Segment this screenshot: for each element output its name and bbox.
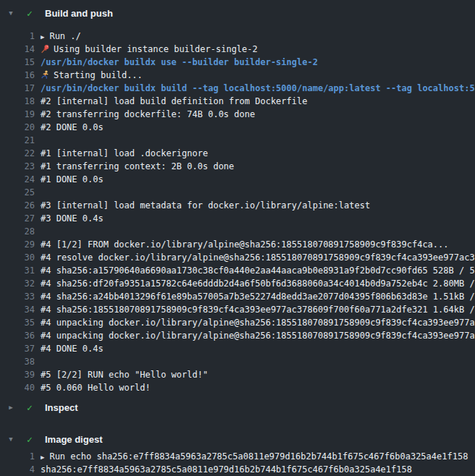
line-number[interactable]: 30 [0, 251, 35, 264]
log-line: 32#4 sha256:df20fa9351a15782c64e6dddb2d4… [0, 277, 475, 290]
line-number[interactable]: 4 [0, 463, 35, 476]
line-number[interactable]: 17 [0, 82, 35, 95]
chevron-down-icon[interactable]: ▼ [6, 10, 16, 17]
line-number[interactable]: 32 [0, 277, 35, 290]
log-line: 36#4 unpacking docker.io/library/alpine@… [0, 329, 475, 342]
log-line: 23#1 transferring context: 2B 0.0s done [0, 160, 475, 173]
line-number[interactable]: 38 [0, 355, 35, 368]
log-line: 28 [0, 225, 475, 238]
line-number[interactable]: 36 [0, 329, 35, 342]
run-triangle-icon[interactable]: ▶ [41, 30, 44, 43]
log-line: 1▶Run ./ [0, 30, 475, 43]
log-line: 25 [0, 186, 475, 199]
line-number[interactable]: 16 [0, 69, 35, 82]
line-number[interactable]: 29 [0, 238, 35, 251]
log-line: 17/usr/bin/docker buildx build --tag loc… [0, 82, 475, 95]
chevron-down-icon[interactable]: ▼ [6, 436, 16, 443]
log-text: #4 sha256:a24bb4013296f61e89ba57005a7b3e… [41, 290, 475, 303]
log-line: 18#2 [internal] load build definition fr… [0, 95, 475, 108]
log-text: #2 transferring dockerfile: 74B 0.0s don… [41, 108, 255, 121]
log-line: 15/usr/bin/docker buildx use --builder b… [0, 56, 475, 69]
log-text: #4 sha256:df20fa9351a15782c64e6dddb2d4a6… [41, 277, 475, 290]
log-text: #5 0.060 Hello world! [41, 381, 151, 394]
pushpin-icon [41, 44, 54, 54]
log-line: 38 [0, 355, 475, 368]
line-number[interactable]: 15 [0, 56, 35, 69]
log-text: #4 resolve docker.io/library/alpine@sha2… [41, 251, 475, 264]
line-number[interactable]: 31 [0, 264, 35, 277]
log-text: #4 sha256:a15790640a6690aa1730c38cf0a440… [41, 264, 475, 277]
section-image-digest: ▼ ✓ Image digest 1▶Run echo sha256:e7ff8… [0, 428, 475, 476]
log-text: ▶Run ./ [41, 30, 81, 43]
line-number[interactable]: 23 [0, 160, 35, 173]
log-text: #2 [internal] load build definition from… [41, 95, 307, 108]
line-number[interactable]: 26 [0, 199, 35, 212]
log-line: 14Using builder instance builder-single-… [0, 43, 475, 56]
line-number[interactable]: 1 [0, 450, 35, 463]
line-number[interactable]: 34 [0, 303, 35, 316]
log-text: #3 [internal] load metadata for docker.i… [41, 199, 370, 212]
log-text: #4 DONE 0.4s [41, 342, 104, 355]
log-line: 22#1 [internal] load .dockerignore [0, 147, 475, 160]
log-line: 29#4 [1/2] FROM docker.io/library/alpine… [0, 238, 475, 251]
log-line: 35#4 unpacking docker.io/library/alpine@… [0, 316, 475, 329]
log-line: 24#1 DONE 0.0s [0, 173, 475, 186]
log-line: 37#4 DONE 0.4s [0, 342, 475, 355]
log-line: 34#4 sha256:185518070891758909c9f839cf4c… [0, 303, 475, 316]
log-text: #4 unpacking docker.io/library/alpine@sh… [41, 329, 475, 342]
log-line: 30#4 resolve docker.io/library/alpine@sh… [0, 251, 475, 264]
log-text: #3 DONE 0.4s [41, 212, 104, 225]
log-lines-build-and-push: 1▶Run ./14Using builder instance builder… [0, 30, 475, 394]
section-header-image-digest[interactable]: ▼ ✓ Image digest [0, 428, 475, 450]
line-number[interactable]: 1 [0, 30, 35, 43]
line-number[interactable]: 39 [0, 368, 35, 381]
line-number[interactable]: 14 [0, 43, 35, 56]
line-number[interactable]: 20 [0, 121, 35, 134]
log-text: Using builder instance builder-single-2 [41, 43, 258, 56]
line-number[interactable]: 28 [0, 225, 35, 238]
check-icon: ✓ [24, 403, 35, 412]
log-text: sha256:e7ff8834a5963a2785c5a0811e979d16b… [41, 463, 412, 476]
check-icon: ✓ [24, 9, 35, 18]
runner-icon [41, 70, 54, 80]
log-text: Starting build... [41, 69, 143, 82]
line-number[interactable]: 27 [0, 212, 35, 225]
log-line: 40#5 0.060 Hello world! [0, 381, 475, 394]
log-line: 31#4 sha256:a15790640a6690aa1730c38cf0a4… [0, 264, 475, 277]
line-number[interactable]: 22 [0, 147, 35, 160]
log-line: 16Starting build... [0, 69, 475, 82]
line-number[interactable]: 25 [0, 186, 35, 199]
workflow-log: ▼ ✓ Build and push 1▶Run ./14Using build… [0, 0, 475, 476]
log-lines-image-digest: 1▶Run echo sha256:e7ff8834a5963a2785c5a0… [0, 450, 475, 476]
section-build-and-push: ▼ ✓ Build and push 1▶Run ./14Using build… [0, 0, 475, 394]
log-line: 4sha256:e7ff8834a5963a2785c5a0811e979d16… [0, 463, 475, 476]
line-number[interactable]: 37 [0, 342, 35, 355]
log-text: /usr/bin/docker buildx use --builder bui… [41, 56, 318, 69]
line-number[interactable]: 33 [0, 290, 35, 303]
line-number[interactable]: 21 [0, 134, 35, 147]
log-line: 39#5 [2/2] RUN echo "Hello world!" [0, 368, 475, 381]
log-line: 1▶Run echo sha256:e7ff8834a5963a2785c5a0… [0, 450, 475, 463]
section-header-inspect[interactable]: ▶ ✓ Inspect [0, 396, 475, 418]
section-header-build-and-push[interactable]: ▼ ✓ Build and push [0, 0, 475, 26]
section-inspect: ▶ ✓ Inspect [0, 396, 475, 418]
log-line: 33#4 sha256:a24bb4013296f61e89ba57005a7b… [0, 290, 475, 303]
log-line: 27#3 DONE 0.4s [0, 212, 475, 225]
line-number[interactable]: 18 [0, 95, 35, 108]
run-triangle-icon[interactable]: ▶ [41, 451, 44, 464]
line-number[interactable]: 19 [0, 108, 35, 121]
log-text: #4 unpacking docker.io/library/alpine@sh… [41, 316, 475, 329]
log-text: #4 sha256:185518070891758909c9f839cf4ca3… [41, 303, 475, 316]
line-number[interactable]: 35 [0, 316, 35, 329]
line-number[interactable]: 24 [0, 173, 35, 186]
log-line: 21 [0, 134, 475, 147]
log-text: ▶Run echo sha256:e7ff8834a5963a2785c5a08… [41, 450, 468, 463]
log-line: 20#2 DONE 0.0s [0, 121, 475, 134]
line-number[interactable]: 40 [0, 381, 35, 394]
log-text: /usr/bin/docker buildx build --tag local… [41, 82, 475, 95]
chevron-right-icon[interactable]: ▶ [6, 404, 16, 411]
log-text: #1 DONE 0.0s [41, 173, 104, 186]
section-title: Build and push [45, 8, 113, 19]
log-text: #1 [internal] load .dockerignore [41, 147, 208, 160]
section-title: Image digest [45, 434, 102, 445]
